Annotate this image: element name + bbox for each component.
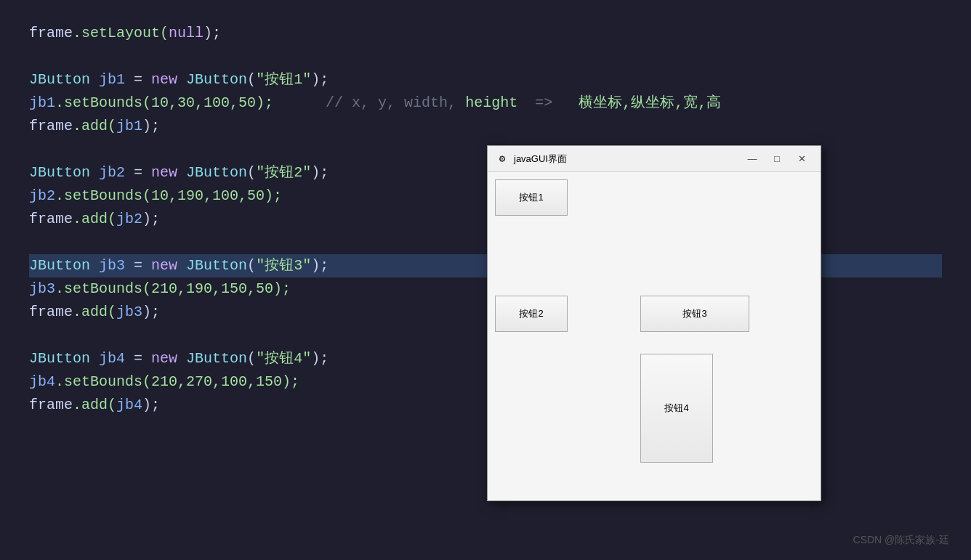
java-button-1[interactable]: 按钮1 (495, 179, 568, 216)
code-blank-1 (29, 45, 942, 68)
gui-content: 按钮1 按钮2 按钮3 按钮4 (488, 172, 821, 500)
window-controls: — □ ✕ (741, 150, 813, 168)
watermark: CSDN @陈氏家族-廷 (853, 534, 949, 547)
close-button[interactable]: ✕ (790, 150, 813, 168)
java-button-4[interactable]: 按钮4 (640, 354, 713, 463)
window-icon: ⚙ (495, 152, 509, 166)
code-line-4: jb1.setBounds(10,30,100,50); // x, y, wi… (29, 92, 942, 115)
java-button-2[interactable]: 按钮2 (495, 296, 568, 332)
minimize-button[interactable]: — (741, 150, 764, 168)
gui-titlebar: ⚙ javaGUI界面 — □ ✕ (488, 146, 821, 172)
code-line-5: frame.add(jb1); (29, 115, 942, 138)
gui-window: ⚙ javaGUI界面 — □ ✕ 按钮1 按钮2 按钮3 按钮4 (487, 145, 821, 501)
code-line-1: frame.setLayout(null); (29, 22, 942, 45)
code-area: frame.setLayout(null); JButton jb1 = new… (0, 0, 971, 560)
window-title: javaGUI界面 (514, 153, 741, 166)
java-button-3[interactable]: 按钮3 (640, 296, 749, 332)
code-line-3: JButton jb1 = new JButton("按钮1"); (29, 68, 942, 92)
maximize-button[interactable]: □ (765, 150, 789, 168)
